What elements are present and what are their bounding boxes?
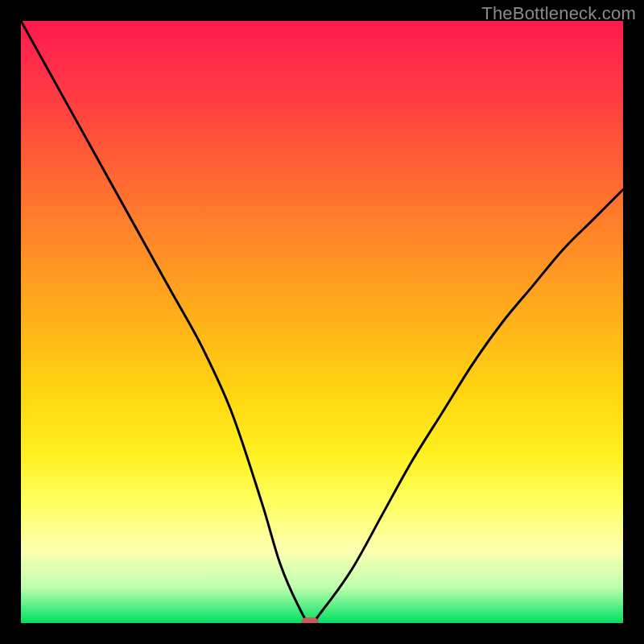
plot-area [21, 21, 623, 623]
optimal-marker [301, 617, 319, 623]
chart-frame: TheBottleneck.com [0, 0, 644, 644]
watermark-text: TheBottleneck.com [481, 3, 636, 24]
bottleneck-curve [21, 21, 623, 623]
